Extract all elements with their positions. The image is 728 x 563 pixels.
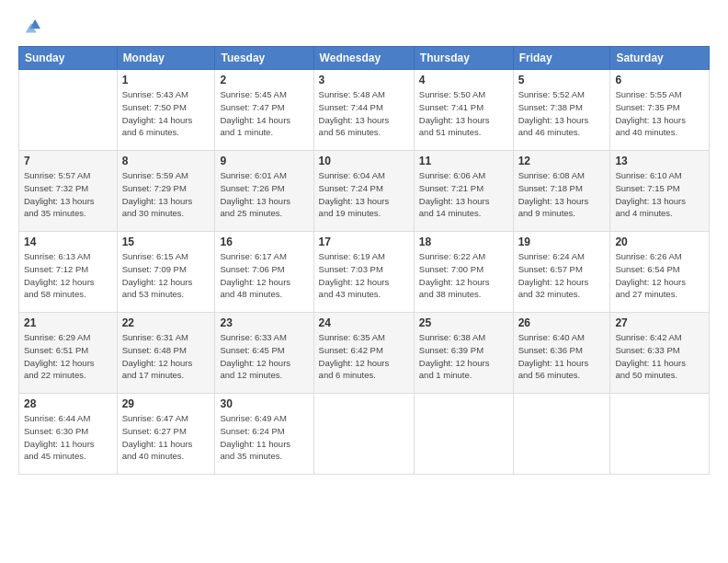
calendar-cell: 7Sunrise: 5:57 AM Sunset: 7:32 PM Daylig… — [19, 151, 118, 232]
calendar-cell: 26Sunrise: 6:40 AM Sunset: 6:36 PM Dayli… — [513, 313, 610, 394]
calendar: SundayMondayTuesdayWednesdayThursdayFrid… — [18, 46, 710, 475]
day-number: 5 — [518, 74, 606, 86]
day-number: 23 — [220, 316, 308, 329]
weekday-header-row: SundayMondayTuesdayWednesdayThursdayFrid… — [19, 47, 710, 70]
weekday-header-sunday: Sunday — [19, 47, 118, 70]
calendar-cell: 6Sunrise: 5:55 AM Sunset: 7:35 PM Daylig… — [610, 70, 710, 151]
calendar-cell: 11Sunrise: 6:06 AM Sunset: 7:21 PM Dayli… — [414, 151, 513, 232]
calendar-cell: 15Sunrise: 6:15 AM Sunset: 7:09 PM Dayli… — [117, 232, 215, 313]
day-info: Sunrise: 6:13 AM Sunset: 7:12 PM Dayligh… — [24, 250, 112, 301]
day-info: Sunrise: 6:49 AM Sunset: 6:24 PM Dayligh… — [220, 412, 308, 463]
day-info: Sunrise: 5:59 AM Sunset: 7:29 PM Dayligh… — [122, 169, 210, 220]
calendar-cell: 30Sunrise: 6:49 AM Sunset: 6:24 PM Dayli… — [215, 394, 313, 475]
week-row-1: 1Sunrise: 5:43 AM Sunset: 7:50 PM Daylig… — [19, 70, 710, 151]
calendar-cell — [414, 394, 513, 475]
calendar-cell: 28Sunrise: 6:44 AM Sunset: 6:30 PM Dayli… — [19, 394, 118, 475]
day-number: 25 — [419, 316, 508, 329]
weekday-header-tuesday: Tuesday — [215, 47, 313, 70]
calendar-cell: 29Sunrise: 6:47 AM Sunset: 6:27 PM Dayli… — [117, 394, 215, 475]
day-info: Sunrise: 6:29 AM Sunset: 6:51 PM Dayligh… — [24, 331, 112, 382]
calendar-cell — [313, 394, 414, 475]
week-row-4: 21Sunrise: 6:29 AM Sunset: 6:51 PM Dayli… — [19, 313, 710, 394]
calendar-cell: 10Sunrise: 6:04 AM Sunset: 7:24 PM Dayli… — [313, 151, 414, 232]
day-info: Sunrise: 5:57 AM Sunset: 7:32 PM Dayligh… — [24, 169, 112, 220]
day-info: Sunrise: 6:44 AM Sunset: 6:30 PM Dayligh… — [24, 412, 112, 463]
day-info: Sunrise: 6:24 AM Sunset: 6:57 PM Dayligh… — [518, 250, 606, 301]
day-number: 10 — [319, 155, 409, 167]
calendar-cell: 17Sunrise: 6:19 AM Sunset: 7:03 PM Dayli… — [313, 232, 414, 313]
day-info: Sunrise: 6:10 AM Sunset: 7:15 PM Dayligh… — [615, 169, 704, 220]
weekday-header-monday: Monday — [117, 47, 215, 70]
day-number: 15 — [122, 236, 210, 248]
day-number: 8 — [122, 155, 210, 167]
day-number: 1 — [122, 74, 210, 86]
day-number: 3 — [319, 74, 409, 86]
calendar-cell: 18Sunrise: 6:22 AM Sunset: 7:00 PM Dayli… — [414, 232, 513, 313]
calendar-cell: 20Sunrise: 6:26 AM Sunset: 6:54 PM Dayli… — [610, 232, 710, 313]
day-info: Sunrise: 5:45 AM Sunset: 7:47 PM Dayligh… — [220, 88, 308, 139]
day-number: 13 — [615, 155, 704, 167]
calendar-cell: 22Sunrise: 6:31 AM Sunset: 6:48 PM Dayli… — [117, 313, 215, 394]
calendar-cell — [513, 394, 610, 475]
weekday-header-friday: Friday — [513, 47, 610, 70]
day-info: Sunrise: 6:42 AM Sunset: 6:33 PM Dayligh… — [615, 331, 704, 382]
calendar-cell — [610, 394, 710, 475]
day-number: 26 — [518, 316, 606, 329]
day-info: Sunrise: 6:33 AM Sunset: 6:45 PM Dayligh… — [220, 331, 308, 382]
day-info: Sunrise: 6:04 AM Sunset: 7:24 PM Dayligh… — [319, 169, 409, 220]
day-info: Sunrise: 6:22 AM Sunset: 7:00 PM Dayligh… — [419, 250, 508, 301]
day-info: Sunrise: 5:52 AM Sunset: 7:38 PM Dayligh… — [518, 88, 606, 139]
logo — [18, 17, 40, 37]
calendar-cell: 3Sunrise: 5:48 AM Sunset: 7:44 PM Daylig… — [313, 70, 414, 151]
calendar-cell: 16Sunrise: 6:17 AM Sunset: 7:06 PM Dayli… — [215, 232, 313, 313]
day-number: 6 — [615, 74, 704, 86]
day-info: Sunrise: 6:35 AM Sunset: 6:42 PM Dayligh… — [319, 331, 409, 382]
day-info: Sunrise: 6:17 AM Sunset: 7:06 PM Dayligh… — [220, 250, 308, 301]
day-number: 27 — [615, 316, 704, 329]
weekday-header-saturday: Saturday — [610, 47, 710, 70]
calendar-cell: 12Sunrise: 6:08 AM Sunset: 7:18 PM Dayli… — [513, 151, 610, 232]
day-info: Sunrise: 6:06 AM Sunset: 7:21 PM Dayligh… — [419, 169, 508, 220]
day-number: 12 — [518, 155, 606, 167]
calendar-cell: 2Sunrise: 5:45 AM Sunset: 7:47 PM Daylig… — [215, 70, 313, 151]
calendar-cell: 8Sunrise: 5:59 AM Sunset: 7:29 PM Daylig… — [117, 151, 215, 232]
calendar-cell: 13Sunrise: 6:10 AM Sunset: 7:15 PM Dayli… — [610, 151, 710, 232]
calendar-cell: 23Sunrise: 6:33 AM Sunset: 6:45 PM Dayli… — [215, 313, 313, 394]
header — [18, 17, 710, 37]
day-info: Sunrise: 6:40 AM Sunset: 6:36 PM Dayligh… — [518, 331, 606, 382]
day-info: Sunrise: 6:47 AM Sunset: 6:27 PM Dayligh… — [122, 412, 210, 463]
day-info: Sunrise: 6:38 AM Sunset: 6:39 PM Dayligh… — [419, 331, 508, 382]
day-number: 20 — [615, 236, 704, 248]
logo-icon — [20, 17, 40, 37]
calendar-cell: 1Sunrise: 5:43 AM Sunset: 7:50 PM Daylig… — [117, 70, 215, 151]
day-number: 18 — [419, 236, 508, 248]
day-info: Sunrise: 6:19 AM Sunset: 7:03 PM Dayligh… — [319, 250, 409, 301]
day-info: Sunrise: 6:15 AM Sunset: 7:09 PM Dayligh… — [122, 250, 210, 301]
day-number: 22 — [122, 316, 210, 329]
day-number: 9 — [220, 155, 308, 167]
day-info: Sunrise: 5:50 AM Sunset: 7:41 PM Dayligh… — [419, 88, 508, 139]
day-number: 2 — [220, 74, 308, 86]
day-number: 11 — [419, 155, 508, 167]
calendar-cell: 4Sunrise: 5:50 AM Sunset: 7:41 PM Daylig… — [414, 70, 513, 151]
day-number: 4 — [419, 74, 508, 86]
day-number: 24 — [319, 316, 409, 329]
day-number: 7 — [24, 155, 112, 167]
day-number: 30 — [220, 397, 308, 410]
calendar-cell: 5Sunrise: 5:52 AM Sunset: 7:38 PM Daylig… — [513, 70, 610, 151]
weekday-header-thursday: Thursday — [414, 47, 513, 70]
day-number: 29 — [122, 397, 210, 410]
day-info: Sunrise: 5:43 AM Sunset: 7:50 PM Dayligh… — [122, 88, 210, 139]
calendar-cell: 27Sunrise: 6:42 AM Sunset: 6:33 PM Dayli… — [610, 313, 710, 394]
calendar-cell: 25Sunrise: 6:38 AM Sunset: 6:39 PM Dayli… — [414, 313, 513, 394]
calendar-cell: 24Sunrise: 6:35 AM Sunset: 6:42 PM Dayli… — [313, 313, 414, 394]
calendar-cell: 14Sunrise: 6:13 AM Sunset: 7:12 PM Dayli… — [19, 232, 118, 313]
calendar-cell: 19Sunrise: 6:24 AM Sunset: 6:57 PM Dayli… — [513, 232, 610, 313]
day-info: Sunrise: 6:01 AM Sunset: 7:26 PM Dayligh… — [220, 169, 308, 220]
week-row-2: 7Sunrise: 5:57 AM Sunset: 7:32 PM Daylig… — [19, 151, 710, 232]
day-info: Sunrise: 5:55 AM Sunset: 7:35 PM Dayligh… — [615, 88, 704, 139]
calendar-cell: 9Sunrise: 6:01 AM Sunset: 7:26 PM Daylig… — [215, 151, 313, 232]
day-info: Sunrise: 6:08 AM Sunset: 7:18 PM Dayligh… — [518, 169, 606, 220]
week-row-3: 14Sunrise: 6:13 AM Sunset: 7:12 PM Dayli… — [19, 232, 710, 313]
day-number: 28 — [24, 397, 112, 410]
